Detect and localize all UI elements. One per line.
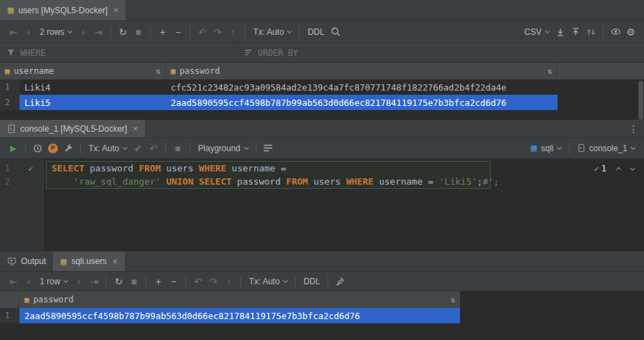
last-page-button[interactable]: ⇥ [91,24,105,40]
delete-row-button[interactable]: − [167,274,181,289]
next-page-button[interactable]: › [76,24,90,40]
export-data-icon[interactable] [553,24,567,40]
cell-username[interactable]: Liki5 [20,95,166,110]
close-icon[interactable]: × [132,124,138,133]
tx-mode-dropdown[interactable]: Tx: Auto [245,274,291,289]
first-page-button[interactable]: ⇤ [6,274,20,289]
code-token: 'Liki5' [439,176,477,187]
cell-value: Liki4 [24,82,51,93]
cell-password[interactable]: 2aad5890595ccf4598b787b99ab563d0d66ec821… [166,95,558,110]
redo-button[interactable]: ↷ [206,274,220,289]
refresh-button[interactable]: ↻ [112,274,125,289]
users-data-grid: ▦ username ⇅ ▦ password ⇅ 1 Liki4 cfc521… [0,63,644,120]
chevron-down-icon[interactable] [630,165,635,170]
redo-button[interactable]: ↷ [210,24,224,40]
profile-icon[interactable]: P [46,141,60,156]
column-header-username[interactable]: ▦ username ⇅ [0,63,166,79]
page-size-dropdown[interactable]: 1 row [36,274,71,289]
schema-label: sqli [541,144,553,153]
where-filter-input[interactable]: WHERE [0,43,237,62]
previous-page-button[interactable]: ‹ [22,24,36,40]
grid-header-row: ▦ password ⇅ [0,291,460,308]
close-icon[interactable]: × [113,6,118,15]
table-row[interactable]: 1 Liki4 cfc521c23482ac93a09584ad2e139c4a… [0,79,644,95]
tx-mode-dropdown[interactable]: Tx: Auto [85,141,130,156]
sql-editor[interactable]: 1 ✔ SELECT password FROM users WHERE use… [0,159,644,251]
schema-icon: ▦ [530,144,537,152]
schema-switcher-dropdown[interactable]: ▦ sqli [527,141,565,156]
eye-icon[interactable] [608,24,622,40]
next-page-button[interactable]: › [72,274,86,289]
previous-page-button[interactable]: ‹ [22,274,36,289]
tab-console-1[interactable]: console_1 [MySQL5-Docker] × [0,120,145,137]
order-by-filter-input[interactable]: ORDER BY [237,43,644,62]
tx-mode-label: Tx: Auto [249,277,279,286]
where-placeholder: WHERE [20,48,45,58]
page-size-dropdown[interactable]: 2 rows [36,24,75,40]
revert-button[interactable]: ↶ [191,274,205,289]
cell-password[interactable]: 2aad5890595ccf4598b787b99ab563d0d66ec821… [20,308,460,323]
cell-username[interactable]: Liki4 [20,79,166,95]
row-number: 1 [0,308,20,323]
view-options-icon[interactable] [261,141,275,156]
sort-icon[interactable]: ⇅ [547,67,552,76]
column-header-password[interactable]: ▦ password ⇅ [166,63,558,79]
submit-button[interactable]: ↑ [226,24,240,40]
tab-sqli-users-result[interactable]: ▦ sqli.users × [53,252,125,271]
refresh-button[interactable]: ↻ [116,24,130,40]
revert-button[interactable]: ↶ [195,24,209,40]
console-switcher-dropdown[interactable]: console_1 [574,141,638,156]
sort-icon[interactable]: ⇅ [155,67,160,76]
export-format-dropdown[interactable]: CSV [521,24,553,40]
code-token: users [308,176,346,187]
code-token: FROM [286,176,308,187]
chevron-down-icon [244,145,249,150]
tab-label: Output [21,256,46,266]
table-row-selected[interactable]: 2 Liki5 2aad5890595ccf4598b787b99ab563d0… [0,95,644,110]
close-icon[interactable]: × [112,257,118,266]
import-data-icon[interactable] [569,24,583,40]
vertical-scrollbar[interactable] [638,81,643,120]
tx-mode-dropdown[interactable]: Tx: Auto [250,24,295,40]
submit-button[interactable]: ↑ [222,274,236,289]
table-row-selected[interactable]: 1 2aad5890595ccf4598b787b99ab563d0d66ec8… [0,308,460,323]
tab-output[interactable]: Output [0,252,53,271]
more-options-icon[interactable]: ⋮ [629,120,638,137]
playground-mode-dropdown[interactable]: Playground [194,141,252,156]
column-icon: ▦ [24,296,29,304]
chevron-down-icon [68,29,72,33]
ddl-button[interactable]: DDL [300,274,323,289]
add-row-button[interactable]: + [151,274,165,289]
rollback-button[interactable]: ↶ [146,141,160,156]
add-row-button[interactable]: + [155,24,169,40]
wrench-icon[interactable] [61,141,75,156]
code-token: password [231,176,286,187]
delete-row-button[interactable]: − [171,24,185,40]
data-sync-icon[interactable] [584,24,598,40]
chevron-up-icon[interactable] [616,167,621,172]
run-button[interactable]: ▶ [6,141,20,156]
result-count: 1 [601,164,606,173]
pin-tab-icon[interactable] [333,274,347,289]
last-page-button[interactable]: ⇥ [87,274,101,289]
history-clock-icon[interactable] [31,141,45,156]
chevron-down-icon [63,278,68,283]
stop-button[interactable]: ■ [131,24,145,40]
cell-password[interactable]: cfc521c23482ac93a09584ad2e139c4a7fc87077… [166,79,558,95]
sort-icon[interactable]: ⇅ [450,295,455,304]
ddl-button[interactable]: DDL [304,24,328,40]
tab-users-table[interactable]: ▦ users [MySQL5-Docker] × [0,0,125,20]
stop-button[interactable]: ■ [171,141,185,156]
rows-count-label: 2 rows [40,27,64,37]
commit-button[interactable]: ✔ [131,141,145,156]
toolbar-separator [106,276,107,287]
column-header-password[interactable]: ▦ password ⇅ [20,291,460,308]
gear-icon[interactable]: ⚙ [624,24,638,40]
first-page-button[interactable]: ⇤ [6,24,20,40]
stop-button[interactable]: ■ [127,274,141,289]
toolbar-separator [603,26,604,38]
code-token: #'; [482,176,498,187]
toolbar-separator [25,143,26,154]
console-file-icon [577,144,585,153]
search-icon[interactable] [328,24,342,40]
